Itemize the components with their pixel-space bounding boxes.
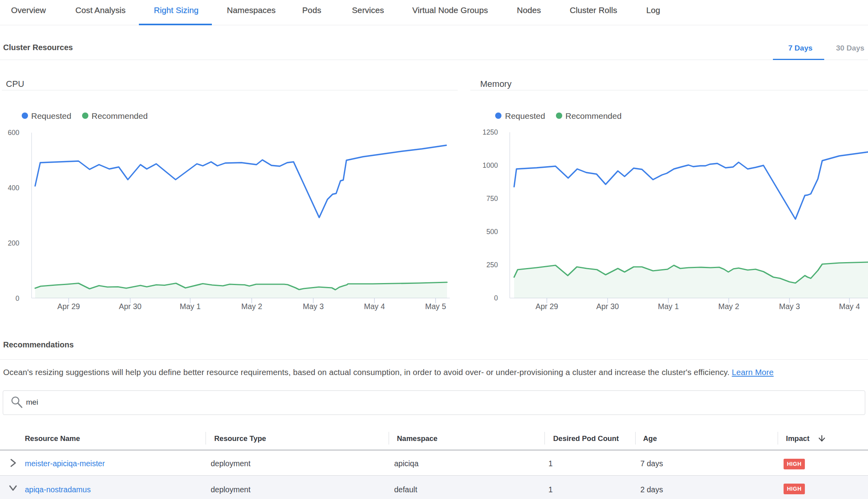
svg-text:May 5: May 5 <box>425 302 446 311</box>
svg-text:Apr 29: Apr 29 <box>535 302 558 311</box>
svg-text:May 2: May 2 <box>718 302 739 311</box>
svg-text:600: 600 <box>8 129 19 137</box>
svg-text:May 1: May 1 <box>180 302 200 311</box>
svg-text:Apr 30: Apr 30 <box>596 302 619 311</box>
svg-text:May 3: May 3 <box>303 302 324 311</box>
svg-text:1250: 1250 <box>483 128 498 136</box>
svg-text:May 2: May 2 <box>241 302 262 311</box>
svg-text:May 4: May 4 <box>364 302 385 311</box>
svg-text:May 3: May 3 <box>779 302 800 311</box>
svg-text:May 1: May 1 <box>658 302 679 311</box>
svg-text:Apr 30: Apr 30 <box>119 302 142 311</box>
svg-text:Apr 29: Apr 29 <box>57 302 80 311</box>
svg-text:200: 200 <box>8 239 19 247</box>
svg-text:0: 0 <box>15 295 19 302</box>
svg-text:250: 250 <box>486 261 498 269</box>
svg-text:0: 0 <box>494 294 498 302</box>
svg-text:500: 500 <box>486 228 498 236</box>
svg-text:May 4: May 4 <box>839 302 860 311</box>
svg-text:400: 400 <box>8 184 19 192</box>
svg-text:750: 750 <box>486 195 498 203</box>
svg-text:1000: 1000 <box>483 161 498 169</box>
